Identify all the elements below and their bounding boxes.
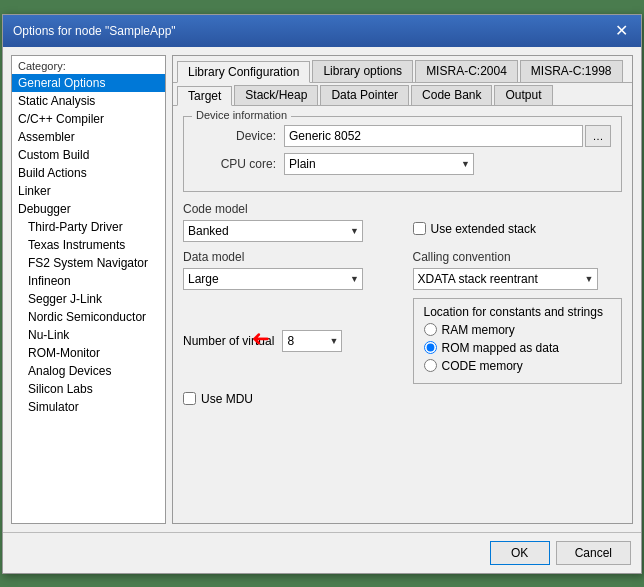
device-label: Device: xyxy=(194,129,284,143)
device-row: Device: … xyxy=(194,125,611,147)
tab-misra-c-1998[interactable]: MISRA-C:1998 xyxy=(520,60,623,82)
data-calling-row: Data model Large ▼ Calling convention xyxy=(183,250,622,290)
dialog-body: Category: General OptionsStatic Analysis… xyxy=(3,47,641,532)
panel: Device information Device: … CPU core: P… xyxy=(173,106,632,523)
cpu-core-label: CPU core: xyxy=(194,157,284,171)
sidebar-item-third-party-driver[interactable]: Third-Party Driver xyxy=(12,218,165,236)
sidebar-item-fs2-system-navigator[interactable]: FS2 System Navigator xyxy=(12,254,165,272)
data-model-select[interactable]: Large xyxy=(183,268,363,290)
sub-tab-code-bank[interactable]: Code Bank xyxy=(411,85,492,105)
calling-convention-title: Calling convention xyxy=(413,250,623,264)
sidebar-item-build-actions[interactable]: Build Actions xyxy=(12,164,165,182)
browse-button[interactable]: … xyxy=(585,125,611,147)
arrow-indicator: ➜ xyxy=(252,326,270,352)
sidebar-item-segger-jlink[interactable]: Segger J-Link xyxy=(12,290,165,308)
sub-tab-output[interactable]: Output xyxy=(494,85,552,105)
sidebar-item-rom-monitor[interactable]: ROM-Monitor xyxy=(12,344,165,362)
options-dialog: Options for node "SampleApp" ✕ Category:… xyxy=(2,14,642,574)
code-memory-radio[interactable] xyxy=(424,359,437,372)
code-memory-label: CODE memory xyxy=(442,359,523,373)
sidebar-item-c-cpp-compiler[interactable]: C/C++ Compiler xyxy=(12,110,165,128)
sub-tab-target[interactable]: Target xyxy=(177,86,232,106)
sidebar-item-silicon-labs[interactable]: Silicon Labs xyxy=(12,380,165,398)
tab-library-configuration[interactable]: Library Configuration xyxy=(177,61,310,83)
sub-tab-data-pointer[interactable]: Data Pointer xyxy=(320,85,409,105)
ram-memory-radio[interactable] xyxy=(424,323,437,336)
use-mdu-label: Use MDU xyxy=(201,392,253,406)
rom-mapped-row: ROM mapped as data xyxy=(424,341,612,355)
location-group: Location for constants and strings RAM m… xyxy=(413,298,623,384)
sidebar-item-nu-link[interactable]: Nu-Link xyxy=(12,326,165,344)
cpu-core-select-wrapper: Plain ▼ xyxy=(284,153,474,175)
sidebar-item-analog-devices[interactable]: Analog Devices xyxy=(12,362,165,380)
rom-mapped-label: ROM mapped as data xyxy=(442,341,559,355)
data-model-select-wrapper: Large ▼ xyxy=(183,268,363,290)
sub-tab-stack-heap[interactable]: Stack/Heap xyxy=(234,85,318,105)
ok-button[interactable]: OK xyxy=(490,541,550,565)
extended-stack-col: Use extended stack xyxy=(413,202,623,242)
device-input-group: … xyxy=(284,125,611,147)
sidebar-item-debugger[interactable]: Debugger xyxy=(12,200,165,218)
sub-tabs: TargetStack/HeapData PointerCode BankOut… xyxy=(173,83,632,106)
dialog-title: Options for node "SampleApp" xyxy=(13,24,176,38)
use-extended-stack-row: Use extended stack xyxy=(413,222,536,236)
code-model-select[interactable]: Banked xyxy=(183,220,363,242)
sidebar: Category: General OptionsStatic Analysis… xyxy=(11,55,166,524)
cancel-button[interactable]: Cancel xyxy=(556,541,631,565)
calling-convention-select[interactable]: XDATA stack reentrant xyxy=(413,268,598,290)
sidebar-item-simulator[interactable]: Simulator xyxy=(12,398,165,416)
rom-mapped-radio[interactable] xyxy=(424,341,437,354)
cpu-core-select[interactable]: Plain xyxy=(284,153,474,175)
code-model-select-wrapper: Banked ▼ xyxy=(183,220,363,242)
main-tabs: Library ConfigurationLibrary optionsMISR… xyxy=(173,56,632,83)
sidebar-item-static-analysis[interactable]: Static Analysis xyxy=(12,92,165,110)
code-memory-row: CODE memory xyxy=(424,359,612,373)
device-info-title: Device information xyxy=(192,109,291,121)
title-bar: Options for node "SampleApp" ✕ xyxy=(3,15,641,47)
use-extended-stack-checkbox[interactable] xyxy=(413,222,426,235)
virtual-location-row: Number of virtual ➜ 8 ▼ Location for xyxy=(183,298,622,384)
virtual-select[interactable]: 8 xyxy=(282,330,342,352)
use-mdu-row: Use MDU xyxy=(183,392,622,406)
tab-library-options[interactable]: Library options xyxy=(312,60,413,82)
close-button[interactable]: ✕ xyxy=(611,21,631,41)
sidebar-item-linker[interactable]: Linker xyxy=(12,182,165,200)
use-mdu-checkbox[interactable] xyxy=(183,392,196,405)
location-col: Location for constants and strings RAM m… xyxy=(413,298,623,384)
use-extended-stack-label: Use extended stack xyxy=(431,222,536,236)
virtual-col: Number of virtual ➜ 8 ▼ xyxy=(183,298,393,384)
category-label: Category: xyxy=(12,56,165,74)
device-input[interactable] xyxy=(284,125,583,147)
sidebar-item-assembler[interactable]: Assembler xyxy=(12,128,165,146)
tab-misra-c-2004[interactable]: MISRA-C:2004 xyxy=(415,60,518,82)
sidebar-item-general-options[interactable]: General Options xyxy=(12,74,165,92)
data-model-col: Data model Large ▼ xyxy=(183,250,393,290)
sidebar-item-texas-instruments[interactable]: Texas Instruments xyxy=(12,236,165,254)
bottom-bar: OK Cancel xyxy=(3,532,641,573)
data-model-title: Data model xyxy=(183,250,393,264)
device-info-group: Device information Device: … CPU core: P… xyxy=(183,116,622,192)
calling-convention-col: Calling convention XDATA stack reentrant… xyxy=(413,250,623,290)
sidebar-item-nordic-semiconductor[interactable]: Nordic Semiconductor xyxy=(12,308,165,326)
sidebar-item-custom-build[interactable]: Custom Build xyxy=(12,146,165,164)
ram-memory-row: RAM memory xyxy=(424,323,612,337)
ram-memory-label: RAM memory xyxy=(442,323,515,337)
calling-convention-select-wrapper: XDATA stack reentrant ▼ xyxy=(413,268,598,290)
content-area: Library ConfigurationLibrary optionsMISR… xyxy=(172,55,633,524)
code-model-title: Code model xyxy=(183,202,393,216)
location-title: Location for constants and strings xyxy=(424,305,612,319)
code-model-row: Code model Banked ▼ Use extended stack xyxy=(183,202,622,242)
code-model-col: Code model Banked ▼ xyxy=(183,202,393,242)
cpu-core-row: CPU core: Plain ▼ xyxy=(194,153,611,175)
sidebar-item-infineon[interactable]: Infineon xyxy=(12,272,165,290)
